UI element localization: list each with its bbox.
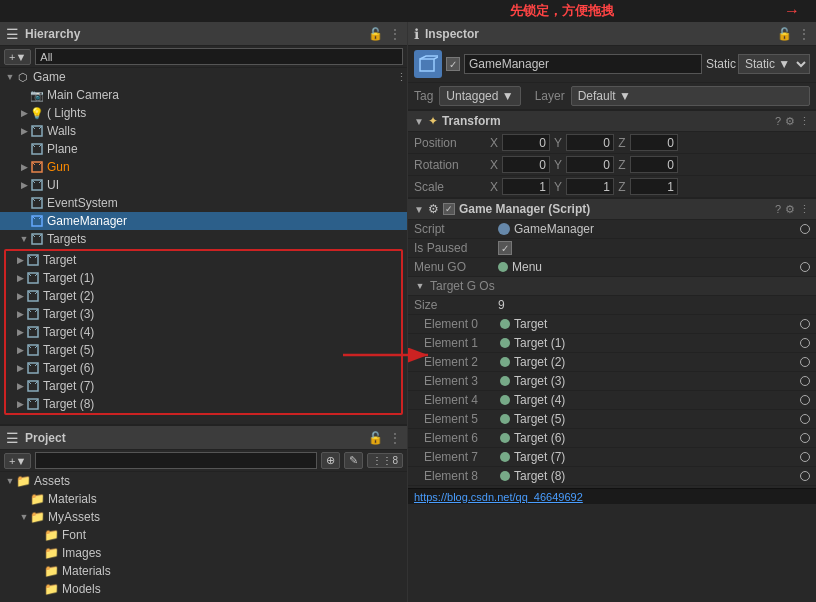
transform-help[interactable]: ? (775, 115, 781, 127)
script-active-checkbox[interactable]: ✓ (443, 203, 455, 215)
element-6-target-btn[interactable] (800, 433, 810, 443)
tree-label-target2: Target (2) (43, 289, 94, 303)
is-paused-row: Is Paused ✓ (408, 239, 816, 258)
script-help[interactable]: ? (775, 203, 781, 215)
position-y-input[interactable] (566, 134, 614, 151)
tree-item-target3[interactable]: ▶ Target (3) (6, 305, 401, 323)
layer-dropdown[interactable]: Default ▼ (571, 86, 810, 106)
project-add-button[interactable]: +▼ (4, 453, 31, 469)
element-2-target-btn[interactable] (800, 357, 810, 367)
position-x-input[interactable] (502, 134, 550, 151)
is-paused-checkbox[interactable]: ✓ (498, 241, 512, 255)
game-menu[interactable]: ⋮ (396, 71, 407, 84)
materials2-folder-icon: 📁 (44, 564, 59, 578)
transform-arrow[interactable]: ▼ (414, 116, 424, 127)
add-button[interactable]: +▼ (4, 49, 31, 65)
tree-arrow-walls: ▶ (18, 126, 30, 136)
rotation-label: Rotation (414, 158, 484, 172)
project-item-myassets[interactable]: ▼ 📁 MyAssets (0, 508, 407, 526)
element-5-target-btn[interactable] (800, 414, 810, 424)
inspector-content[interactable]: ✓ Static Static ▼ Tag Untagged ▼ (408, 46, 816, 602)
scale-y-input[interactable] (566, 178, 614, 195)
element-7-target-btn[interactable] (800, 452, 810, 462)
project-item-models[interactable]: 📁 Models (0, 580, 407, 598)
tree-item-ui[interactable]: ▶ UI (0, 176, 407, 194)
tree-item-walls[interactable]: ▶ Walls (0, 122, 407, 140)
tree-label-target3: Target (3) (43, 307, 94, 321)
rotation-y-input[interactable] (566, 156, 614, 173)
tree-item-lights[interactable]: ▶ 💡 ( Lights (0, 104, 407, 122)
tree-item-plane[interactable]: Plane (0, 140, 407, 158)
tree-item-target4[interactable]: ▶ Target (4) (6, 323, 401, 341)
element-0-icon (500, 319, 510, 329)
hierarchy-menu[interactable]: ⋮ (389, 27, 401, 41)
tree-arrow-gun: ▶ (18, 162, 30, 172)
tree-item-game[interactable]: ▼ ⬡ Game ⋮ (0, 68, 407, 86)
gameobj-active-checkbox[interactable]: ✓ (446, 57, 460, 71)
menu-go-target-btn[interactable] (800, 262, 810, 272)
project-btn3[interactable]: ✎ (344, 452, 363, 469)
project-item-images[interactable]: 📁 Images (0, 544, 407, 562)
tree-item-main-camera[interactable]: 📷 Main Camera (0, 86, 407, 104)
inspector-lock[interactable]: 🔓 (777, 27, 792, 41)
element-8-target-btn[interactable] (800, 471, 810, 481)
inspector-icon: ℹ (414, 26, 419, 42)
tree-item-gamemanager[interactable]: GameManager (0, 212, 407, 230)
project-menu[interactable]: ⋮ (389, 431, 401, 445)
element-4-target-btn[interactable] (800, 395, 810, 405)
gameobj-name-input[interactable] (464, 54, 702, 74)
tree-item-target6[interactable]: ▶ Target (6) (6, 359, 401, 377)
menu-go-value: Menu (498, 260, 810, 274)
tree-item-target7[interactable]: ▶ Target (7) (6, 377, 401, 395)
project-item-assets[interactable]: ▼ 📁 Assets (0, 472, 407, 490)
script-menu[interactable]: ⋮ (799, 203, 810, 216)
script-circle-icon (498, 223, 510, 235)
scale-z-input[interactable] (630, 178, 678, 195)
project-btn4[interactable]: ⋮⋮8 (367, 453, 403, 468)
tree-item-eventsystem[interactable]: EventSystem (0, 194, 407, 212)
project-item-font[interactable]: 📁 Font (0, 526, 407, 544)
transform-menu[interactable]: ⋮ (799, 115, 810, 128)
script-settings-btn[interactable]: ⚙ (785, 203, 795, 216)
scale-label: Scale (414, 180, 484, 194)
tree-item-target2[interactable]: ▶ Target (2) (6, 287, 401, 305)
static-dropdown[interactable]: Static ▼ (738, 54, 810, 74)
tree-item-target[interactable]: ▶ Target (6, 251, 401, 269)
is-paused-label: Is Paused (414, 241, 494, 255)
search-input[interactable] (35, 48, 403, 65)
tree-item-gun[interactable]: ▶ Gun (0, 158, 407, 176)
element-3-target-btn[interactable] (800, 376, 810, 386)
project-item-materials2[interactable]: 📁 Materials (0, 562, 407, 580)
project-btn2[interactable]: ⊕ (321, 452, 340, 469)
rotation-z-input[interactable] (630, 156, 678, 173)
gameobj-row: ✓ Static Static ▼ (408, 46, 816, 83)
script-value: GameManager (498, 222, 810, 236)
transform-settings[interactable]: ⚙ (785, 115, 795, 128)
static-row: Static Static ▼ (706, 54, 810, 74)
menu-go-row: Menu GO Menu (408, 258, 816, 277)
hierarchy-icon: ☰ (6, 26, 19, 42)
script-section-arrow[interactable]: ▼ (414, 204, 424, 215)
scale-x-input[interactable] (502, 178, 550, 195)
script-target-btn[interactable] (800, 224, 810, 234)
project-item-materials[interactable]: 📁 Materials (0, 490, 407, 508)
hierarchy-content[interactable]: ▼ ⬡ Game ⋮ 📷 Main Camera ▶ 💡 (0, 68, 407, 424)
project-lock[interactable]: 🔓 (368, 431, 383, 445)
tree-item-target5[interactable]: ▶ Target (5) (6, 341, 401, 359)
scale-row: Scale X Y Z (408, 176, 816, 198)
bottom-url[interactable]: https://blog.csdn.net/qq_46649692 (414, 491, 583, 503)
hierarchy-lock[interactable]: 🔓 (368, 27, 383, 41)
tree-item-targets[interactable]: ▼ Targets (0, 230, 407, 248)
element-2-name: Target (2) (514, 355, 565, 369)
inspector-menu[interactable]: ⋮ (798, 27, 810, 41)
rotation-x-input[interactable] (502, 156, 550, 173)
project-content[interactable]: ▼ 📁 Assets 📁 Materials ▼ 📁 MyAssets (0, 472, 407, 602)
project-search-input[interactable] (35, 452, 317, 469)
tree-item-target8[interactable]: ▶ Target (8) (6, 395, 401, 413)
position-z-input[interactable] (630, 134, 678, 151)
tree-item-target1[interactable]: ▶ Target (1) (6, 269, 401, 287)
element-1-target-btn[interactable] (800, 338, 810, 348)
element-0-target-btn[interactable] (800, 319, 810, 329)
element-4-value: Target (4) (500, 393, 810, 407)
tag-dropdown[interactable]: Untagged ▼ (439, 86, 520, 106)
